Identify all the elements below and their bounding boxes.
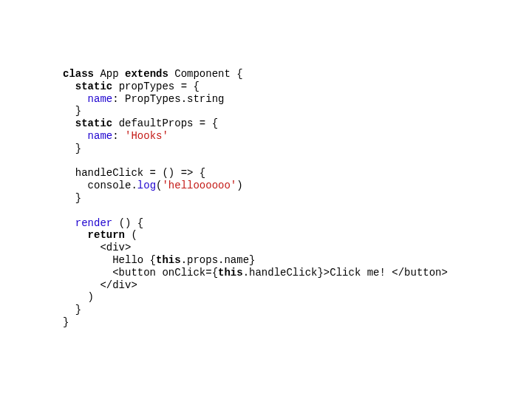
- div-close: </div>: [63, 279, 137, 291]
- return-paren: (: [125, 229, 137, 241]
- brace: }: [63, 304, 81, 316]
- fn-log: log: [137, 180, 156, 191]
- div-open: <div>: [63, 242, 131, 253]
- string-hooks: 'Hooks': [125, 130, 168, 142]
- render-paren: () {: [112, 217, 143, 229]
- defaultprops-text: defaultProps = {: [112, 117, 218, 129]
- proptypes-text: propTypes = {: [112, 81, 200, 92]
- component-text: Component {: [168, 68, 243, 80]
- keyword-this: this: [218, 267, 243, 279]
- colon: :: [112, 130, 125, 142]
- code-block: class App extends Component { static pro…: [0, 0, 532, 329]
- paren: ): [63, 291, 94, 303]
- brace: }: [63, 105, 81, 117]
- fn-render: render: [75, 217, 112, 229]
- keyword-static: static: [75, 117, 112, 129]
- button-open: <button onClick={: [63, 267, 218, 279]
- attr-name: name: [88, 130, 113, 142]
- handleclick-def: handleClick = () => {: [63, 167, 205, 179]
- handleclick-ref: .handleClick}>Click me! </button>: [243, 267, 448, 279]
- hello-text: Hello {: [63, 254, 156, 266]
- keyword-return: return: [88, 229, 125, 241]
- brace: }: [63, 316, 69, 328]
- console-text: console.: [63, 180, 137, 191]
- props-name: .props.name}: [181, 254, 256, 266]
- attr-name: name: [88, 93, 113, 105]
- class-name: App: [94, 68, 125, 80]
- keyword-class: class: [63, 68, 94, 80]
- proptypes-string: : PropTypes.string: [112, 93, 224, 105]
- brace: }: [63, 192, 81, 204]
- keyword-extends: extends: [125, 68, 168, 80]
- keyword-static: static: [75, 81, 112, 92]
- brace: }: [63, 143, 81, 154]
- paren: ): [236, 180, 242, 191]
- string-hello: 'helloooooo': [162, 180, 236, 191]
- keyword-this: this: [156, 254, 181, 266]
